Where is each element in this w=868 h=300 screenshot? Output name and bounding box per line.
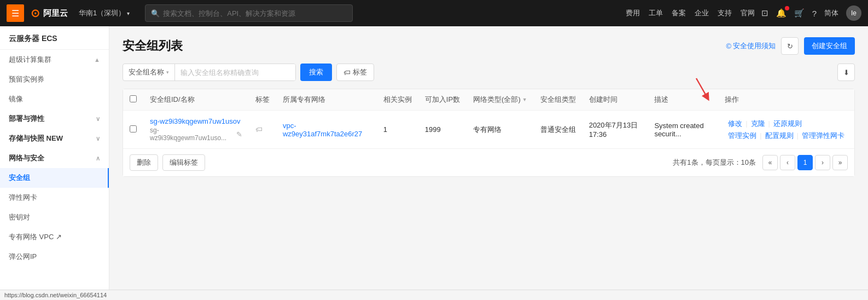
chevron-down-icon: ∨: [96, 116, 100, 123]
col-id-name: 安全组ID/名称: [143, 89, 249, 111]
top-navigation: ☰ ⊙ 阿里云 华南1（深圳） ▾ 🔍 费用 工单 备案 企业 支持 官网 ⊡ …: [0, 0, 868, 26]
page-header-actions: © 安全使用须知 ↻ 创建安全组: [726, 37, 855, 55]
batch-buttons: 删除 编辑标签: [130, 154, 205, 171]
network-type-filter[interactable]: 网络类型(全部) ▼: [473, 95, 527, 105]
sg-type-value: 普通安全组: [540, 125, 576, 134]
sidebar-item-supercluster[interactable]: 超级计算集群 ▲: [0, 50, 109, 70]
top-icons: ⊡ 🔔 🛒 ? 简体 Ie: [761, 5, 861, 21]
sidebar-item-label: 弹性网卡: [9, 193, 37, 203]
max-ips-value: 1999: [425, 125, 441, 134]
pagination: 共有1条，每页显示：10条 « ‹ 1 › »: [673, 155, 848, 170]
sidebar-item-network-section[interactable]: 网络与安全 ∧: [0, 148, 109, 168]
page-title: 安全组列表: [123, 38, 183, 54]
filter-bar: 安全组名称 ▾ 搜索 🏷 标签 ⬇: [123, 64, 855, 81]
search-input[interactable]: [163, 9, 347, 18]
col-network-type[interactable]: 网络类型(全部) ▼: [467, 89, 534, 111]
filter-field-selector: 安全组名称 ▾: [123, 64, 296, 81]
tag-icon: 🏷: [343, 68, 351, 77]
sg-created-cell: 2020年7月13日 17:36: [582, 111, 648, 149]
first-page-button[interactable]: «: [762, 155, 778, 170]
sg-instances-cell: 1: [377, 111, 418, 149]
row-checkbox[interactable]: [130, 125, 137, 132]
avatar[interactable]: Ie: [846, 5, 861, 21]
actions-row1: 修改 | 克隆 | 还原规则: [725, 119, 848, 129]
prev-page-button[interactable]: ‹: [780, 155, 795, 170]
clone-action[interactable]: 克隆: [748, 119, 768, 129]
create-security-group-button[interactable]: 创建安全组: [804, 37, 855, 55]
actions-row2: 管理实例 | 配置规则 | 管理弹性网卡: [725, 131, 848, 141]
bell-icon[interactable]: 🔔: [776, 8, 787, 18]
nav-link-enterprise[interactable]: 企业: [695, 8, 709, 18]
chevron-down-icon: ▾: [127, 10, 130, 16]
sg-name-wrapper: sg-wz9i39kqgewm7uw1usov sg-wz9i39kqgewm7…: [150, 117, 242, 142]
sidebar-item-image[interactable]: 镜像: [0, 89, 109, 109]
help-link[interactable]: © 安全使用须知: [726, 41, 776, 51]
sg-description-cell: System created securit...: [648, 111, 718, 149]
sg-type-cell: 普通安全组: [534, 111, 582, 149]
description-value: System created securit...: [654, 122, 703, 138]
created-value: 2020年7月13日 17:36: [589, 121, 638, 139]
tag-btn-label: 标签: [353, 67, 367, 77]
table-row: sg-wz9i39kqgewm7uw1usov sg-wz9i39kqgewm7…: [123, 111, 854, 149]
menu-icon[interactable]: ☰: [7, 4, 24, 22]
next-page-button[interactable]: ›: [815, 155, 830, 170]
dropdown-icon: ▾: [166, 70, 169, 75]
sidebar-item-security-group[interactable]: 安全组: [0, 168, 109, 188]
current-page-button[interactable]: 1: [797, 155, 813, 170]
nav-link-fees[interactable]: 费用: [626, 8, 640, 18]
help-icon[interactable]: ?: [812, 9, 817, 18]
restore-rules-action[interactable]: 还原规则: [770, 119, 805, 129]
select-all-col: [123, 89, 143, 111]
cart-icon[interactable]: 🛒: [794, 8, 805, 18]
search-button[interactable]: 搜索: [300, 64, 332, 81]
sidebar-item-vpc[interactable]: 专有网络 VPC ↗: [0, 227, 109, 247]
filter-input[interactable]: [175, 64, 295, 80]
sidebar-item-eni[interactable]: 弹性网卡: [0, 188, 109, 207]
instances-count: 1: [383, 125, 387, 134]
nav-link-beian[interactable]: 备案: [672, 8, 686, 18]
sidebar-item-label: 镜像: [9, 94, 23, 104]
sidebar-item-label: 弹公网IP: [9, 252, 37, 262]
pagination-info: 共有1条，每页显示：10条: [673, 158, 756, 168]
sidebar-collapse-handle[interactable]: ‹: [109, 152, 109, 174]
edit-action[interactable]: 修改: [725, 119, 745, 129]
help-link-text: 安全使用须知: [733, 41, 776, 51]
manage-eni-action[interactable]: 管理弹性网卡: [799, 131, 848, 141]
sidebar-item-keypair[interactable]: 密钥对: [0, 207, 109, 227]
nav-link-tickets[interactable]: 工单: [649, 8, 663, 18]
region-selector[interactable]: 华南1（深圳） ▾: [79, 8, 130, 18]
refresh-button[interactable]: ↻: [781, 37, 799, 55]
configure-rules-action[interactable]: 配置规则: [762, 131, 797, 141]
export-button[interactable]: ⬇: [837, 64, 855, 81]
col-instances: 相关实例: [377, 89, 418, 111]
select-all-checkbox[interactable]: [130, 95, 137, 102]
sidebar-item-label: 预留实例券: [9, 74, 44, 84]
language-btn[interactable]: 简体: [824, 8, 838, 18]
network-type-value: 专有网络: [473, 125, 502, 134]
delete-button[interactable]: 删除: [130, 154, 158, 171]
sidebar-item-eip[interactable]: 弹公网IP: [0, 247, 109, 267]
table-header-row: 安全组ID/名称 标签 所属专有网络 相关实例: [123, 89, 854, 111]
filter-field-button[interactable]: 安全组名称 ▾: [123, 64, 175, 80]
last-page-button[interactable]: »: [832, 155, 848, 170]
logo-icon: ⊙: [31, 7, 40, 20]
sg-id-link[interactable]: sg-wz9i39kqgewm7uw1usov: [150, 117, 240, 125]
nav-link-official[interactable]: 官网: [741, 8, 755, 18]
sg-tags-cell: 🏷: [249, 111, 276, 149]
sidebar-item-storage[interactable]: 存储与快照 NEW ∨: [0, 129, 109, 148]
screen-icon[interactable]: ⊡: [761, 8, 768, 18]
tag-button[interactable]: 🏷 标签: [336, 64, 374, 81]
vpc-link[interactable]: vpc-wz9ey31af7mk7ta2e6r27: [283, 122, 362, 138]
edit-tags-button[interactable]: 编辑标签: [162, 154, 205, 171]
nav-link-support[interactable]: 支持: [718, 8, 732, 18]
sidebar-item-deploy[interactable]: 部署与弹性 ∨: [0, 109, 109, 129]
sidebar-item-label: 超级计算集群: [9, 55, 51, 65]
manage-instances-action[interactable]: 管理实例: [725, 131, 760, 141]
sidebar-item-label: 密钥对: [9, 212, 30, 222]
edit-icon[interactable]: ✎: [236, 130, 242, 139]
sg-id-name-cell: sg-wz9i39kqgewm7uw1usov sg-wz9i39kqgewm7…: [143, 111, 249, 149]
global-search: 🔍: [145, 4, 353, 22]
sidebar-item-reserved[interactable]: 预留实例券: [0, 70, 109, 89]
col-vpc: 所属专有网络: [276, 89, 377, 111]
sidebar-item-label: 专有网络 VPC ↗: [9, 232, 62, 242]
